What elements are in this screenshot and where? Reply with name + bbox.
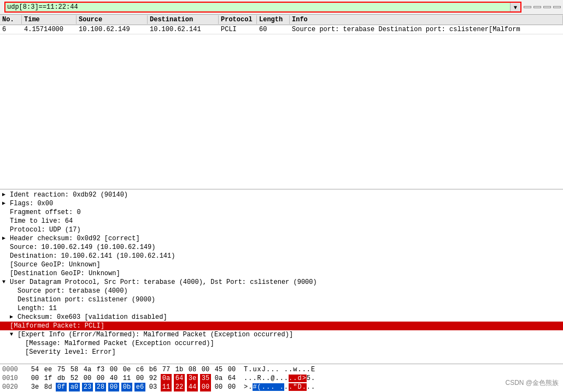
col-header-dest: Destination — [148, 15, 219, 24]
expand-icon[interactable]: ▶ — [10, 313, 17, 322]
detail-line[interactable]: Fragment offset: 0 — [0, 208, 563, 217]
collapse-icon[interactable]: ▼ — [10, 330, 17, 339]
packet-list-header: No. Time Source Destination Protocol Len… — [0, 15, 563, 25]
clear-button[interactable] — [533, 6, 541, 8]
expand-icon[interactable]: ▶ — [2, 199, 10, 208]
detail-line[interactable]: Source: 10.100.62.149 (10.100.62.149) — [0, 243, 563, 252]
detail-line[interactable]: ▼User Datagram Protocol, Src Port: terab… — [0, 278, 563, 287]
detail-line[interactable]: [Message: Malformed Packet (Exception oc… — [0, 339, 563, 348]
apply-button[interactable] — [543, 6, 551, 8]
detail-line[interactable]: Source port: terabase (4000) — [0, 287, 563, 295]
detail-line[interactable]: Protocol: UDP (17) — [0, 225, 563, 234]
hex-body[interactable]: 000054ee75584af3000ec6b6771b08004500T.ux… — [0, 364, 563, 392]
detail-line[interactable]: [Destination GeoIP: Unknown] — [0, 269, 563, 278]
col-header-len: Length — [257, 15, 290, 24]
detail-line[interactable]: ▶Ident reaction: 0xdb92 (90140) — [0, 191, 563, 199]
detail-line[interactable]: ▶Checksum: 0xe603 [validation disabled] — [0, 313, 563, 322]
hex-panel: 000054ee75584af3000ec6b6771b08004500T.ux… — [0, 364, 563, 392]
packet-list-panel: No. Time Source Destination Protocol Len… — [0, 15, 563, 189]
expand-icon[interactable]: ▶ — [2, 191, 10, 199]
collapse-icon[interactable]: ▼ — [2, 278, 10, 287]
col-header-source: Source — [77, 15, 148, 24]
details-body[interactable]: ▶Ident reaction: 0xdb92 (90140)▶Flags: 0… — [0, 189, 563, 364]
detail-line[interactable]: ▶Flags: 0x00 — [0, 199, 563, 208]
detail-line[interactable]: Destination port: cslistener (9000) — [0, 295, 563, 304]
expand-icon[interactable]: ▶ — [2, 234, 10, 243]
filter-input[interactable] — [5, 3, 510, 11]
col-header-proto: Protocol — [219, 15, 257, 24]
detail-line[interactable]: ▶Header checksum: 0x0d92 [correct] — [0, 234, 563, 243]
col-header-time: Time — [22, 15, 77, 24]
hex-row: 0010001fdb520000401100920a643e350a64...R… — [2, 374, 561, 383]
detail-line[interactable]: [Source GeoIP: Unknown] — [0, 260, 563, 269]
detail-line[interactable]: [Severity level: Error] — [0, 348, 563, 357]
col-header-info: Info — [290, 15, 563, 24]
expression-button[interactable] — [524, 6, 531, 8]
filter-dropdown-button[interactable]: ▼ — [510, 3, 520, 11]
detail-line[interactable]: Length: 11 — [0, 304, 563, 313]
detail-line[interactable]: ▼[Expert Info (Error/Malformed): Malform… — [0, 330, 563, 339]
watermark: CSDN @金色熊族 — [505, 378, 559, 388]
packet-list-body[interactable]: 64.1571400010.100.62.14910.100.62.141PCL… — [0, 25, 563, 189]
filter-bar: ▼ — [0, 0, 563, 15]
details-panel: ▶Ident reaction: 0xdb92 (90140)▶Flags: 0… — [0, 189, 563, 364]
filter-input-wrapper: ▼ — [4, 2, 521, 13]
col-header-no: No. — [0, 15, 22, 24]
hex-row: 000054ee75584af3000ec6b6771b08004500T.ux… — [2, 365, 561, 374]
detail-line[interactable]: Time to live: 64 — [0, 217, 563, 225]
save-button[interactable] — [553, 6, 561, 8]
detail-line[interactable]: [Malformed Packet: PCLI] — [0, 322, 563, 330]
table-row[interactable]: 64.1571400010.100.62.14910.100.62.141PCL… — [0, 25, 563, 34]
detail-line[interactable]: Destination: 10.100.62.141 (10.100.62.14… — [0, 252, 563, 260]
hex-row: 00203e8d0fa02328000be603112244000000>.#(… — [2, 383, 561, 391]
